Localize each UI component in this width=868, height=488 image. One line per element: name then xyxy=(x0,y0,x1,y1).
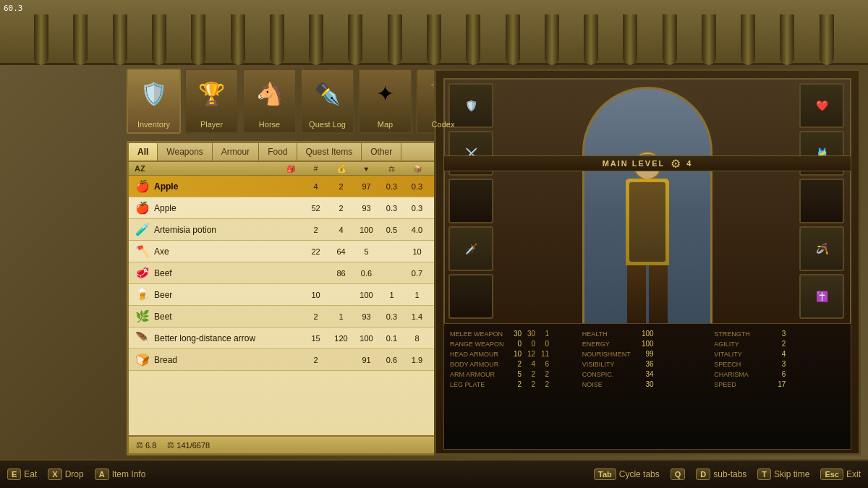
item-val-5: 1 xyxy=(404,291,430,299)
item-val-1: 2 xyxy=(303,356,328,364)
stat-visibility: VISIBILITY 36 xyxy=(582,360,713,368)
item-val-2: 64 xyxy=(328,247,354,256)
tab-quest-log-label: Quest Log xyxy=(309,120,346,129)
main-level-bar: MAIN LEVEL ⚙ 4 xyxy=(443,155,851,171)
stat-arm-armour: ARM ARMOUR 5 2 2 xyxy=(450,370,581,378)
item-icon: 🧪 xyxy=(135,222,150,238)
stat-val1: 30 xyxy=(639,380,654,388)
stat-body-armour: BODY ARMOUR 2 4 6 xyxy=(450,360,581,368)
cycle-tabs-label: Cycle tabs xyxy=(619,469,660,479)
hotkey-skip-time: T Skip time xyxy=(757,468,809,480)
filter-other[interactable]: Other xyxy=(362,143,401,160)
equip-slots-right: ❤️ 🎽 🪃 ✝️ xyxy=(796,80,850,351)
item-icon: 🍞 xyxy=(135,352,150,368)
list-item[interactable]: 🧪 Artemisia potion 2 4 100 0.5 4.0 xyxy=(129,219,435,241)
tab-player-label: Player xyxy=(200,120,223,129)
item-val-5: 0.7 xyxy=(404,269,430,278)
equip-slot-hands[interactable] xyxy=(448,179,493,223)
item-icon: 🥩 xyxy=(135,265,150,281)
stat-val1: 100 xyxy=(639,340,654,348)
list-item[interactable]: 🍎 Apple 52 2 93 0.3 0.3 xyxy=(129,197,435,219)
stat-val3: 0 xyxy=(538,340,549,348)
equip-slot-right-4[interactable]: 🪃 xyxy=(799,226,844,271)
tab-quest-log[interactable]: ✒️ Quest Log xyxy=(300,69,354,134)
tab-map[interactable]: ✦ Map xyxy=(358,69,412,134)
stat-val1: 3 xyxy=(771,360,786,368)
list-item[interactable]: 🌿 Beet 2 1 93 0.3 1.4 xyxy=(129,306,435,328)
drop-key: X xyxy=(48,468,61,480)
filter-tabs: All Weapons Armour Food Quest Items Othe… xyxy=(129,143,435,162)
stat-val1: 30 xyxy=(507,330,522,338)
tab-inventory-label: Inventory xyxy=(137,120,170,129)
stat-melee-weapon: MELEE WEAPON 30 30 1 xyxy=(450,330,581,338)
list-item[interactable]: 🪶 Better long-distance arrow 15 120 100 … xyxy=(129,328,435,349)
item-icon: 🌿 xyxy=(135,309,150,325)
list-item[interactable]: 🥩 Beef 86 0.6 0.7 xyxy=(129,262,435,284)
stat-val1: 5 xyxy=(507,370,522,378)
item-name: Apple xyxy=(154,203,303,213)
filter-quest-items[interactable]: Quest Items xyxy=(297,143,362,160)
equip-slot-right-5[interactable]: ✝️ xyxy=(799,274,844,319)
stat-val2: 2 xyxy=(524,370,535,378)
item-val-1: 2 xyxy=(303,226,328,234)
stat-val1: 0 xyxy=(507,340,522,348)
equip-slot-left-hand[interactable]: 🗡️ xyxy=(448,226,493,271)
equip-slot-right-3[interactable] xyxy=(799,179,844,223)
item-icon: 🍎 xyxy=(135,200,150,216)
nav-tabs: 🛡️ Inventory 🏆 Player 🐴 Horse ✒️ Quest L… xyxy=(127,69,470,134)
main-level-star: ⚙ xyxy=(671,157,681,171)
item-val-5: 0.3 xyxy=(404,204,430,213)
tab-horse[interactable]: 🐴 Horse xyxy=(242,69,297,134)
tab-inventory[interactable]: 🛡️ Inventory xyxy=(127,69,181,134)
weight-icon: ⚖ xyxy=(136,440,143,450)
equip-slot-ring[interactable] xyxy=(448,274,493,319)
equip-slot-head[interactable]: 🛡️ xyxy=(448,83,493,128)
stat-label: STRENGTH xyxy=(714,330,768,338)
item-val-3: 0.6 xyxy=(354,269,379,278)
list-item[interactable]: 🪓 Axe 22 64 5 10 xyxy=(129,241,435,262)
list-item[interactable]: 🍎 Apple 4 2 97 0.3 0.3 xyxy=(129,176,435,197)
filter-food[interactable]: Food xyxy=(259,143,297,160)
stat-val1: 99 xyxy=(639,350,654,358)
list-item[interactable]: 🍺 Beer 10 100 1 1 xyxy=(129,284,435,306)
item-val-3: 93 xyxy=(354,312,379,321)
stat-val1: 6 xyxy=(771,370,786,378)
stat-label: SPEED xyxy=(714,381,768,388)
item-val-5: 4.0 xyxy=(404,226,430,234)
list-item[interactable]: 🍞 Bread 2 91 0.6 1.9 xyxy=(129,349,435,371)
top-border xyxy=(0,0,868,65)
character-arch xyxy=(582,87,712,333)
item-val-5: 10 xyxy=(404,247,430,256)
player-icon: 🏆 xyxy=(194,74,230,114)
stat-group-right: STRENGTH 3 AGILITY 2 VITALITY 4 SPEECH 3… xyxy=(714,330,845,443)
item-val-3: 100 xyxy=(354,291,379,299)
stat-label: CONSPIC. xyxy=(582,371,637,378)
hotkey-subtabs: D sub-tabs xyxy=(696,468,746,480)
filter-armour[interactable]: Armour xyxy=(213,143,259,160)
item-name: Beef xyxy=(154,268,303,278)
sort-name-text: AZ xyxy=(135,164,145,173)
stat-val2: 12 xyxy=(524,350,535,358)
equip-slot-right-1[interactable]: ❤️ xyxy=(799,83,844,128)
subtabs-key: D xyxy=(696,468,710,480)
filter-weapons[interactable]: Weapons xyxy=(158,143,212,160)
sort-name[interactable]: AZ xyxy=(135,164,278,173)
stat-val3: 1 xyxy=(538,330,549,338)
groschen-icon: ⚖ xyxy=(167,440,174,450)
stat-label: ENERGY xyxy=(582,341,637,348)
stat-head-armour: HEAD ARMOUR 10 12 11 xyxy=(450,350,581,358)
stat-val1: 2 xyxy=(771,340,786,348)
item-val-2: 2 xyxy=(328,182,354,191)
item-val-4: 0.1 xyxy=(379,334,404,343)
item-name: Beet xyxy=(154,312,303,322)
stat-val3: 2 xyxy=(538,380,549,388)
stat-val1: 2 xyxy=(507,360,522,368)
character-panel: 🛡️ ⚔️ 🗡️ xyxy=(434,69,861,455)
tab-player[interactable]: 🏆 Player xyxy=(184,69,239,134)
item-val-3: 100 xyxy=(354,226,379,234)
stat-label: SPEECH xyxy=(714,361,768,368)
stat-val1: 17 xyxy=(771,380,786,388)
col-weight2: ⚖ xyxy=(379,165,404,173)
filter-all[interactable]: All xyxy=(129,143,158,160)
hotkey-cycle-tabs: Tab Cycle tabs xyxy=(594,468,660,480)
